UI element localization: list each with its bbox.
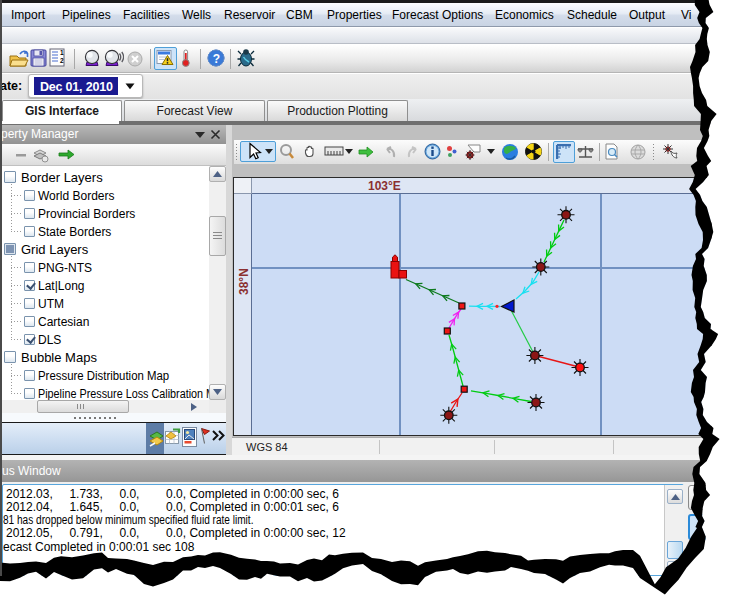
svg-text:?: ? <box>213 52 220 66</box>
svg-text:1: 1 <box>60 49 64 56</box>
svg-text:2: 2 <box>60 57 64 64</box>
svg-text:38°N: 38°N <box>237 268 251 295</box>
